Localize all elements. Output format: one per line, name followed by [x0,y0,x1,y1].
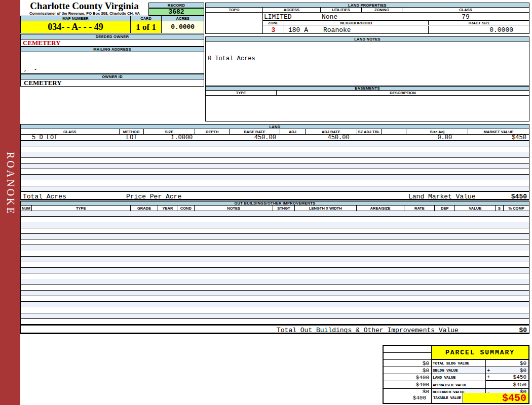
land-col-depth: DEPTH [195,129,230,134]
land-col-adj-rate: ADJ RATE [306,129,357,134]
land-cell-size-adj: 0.00 [406,135,468,140]
tract-size-value: 0.0000 [429,26,529,34]
land-cell-sz-adj-tbl [357,135,382,140]
out-buildings-empty-rows [20,211,529,325]
easements-title: EASEMENTS [205,86,529,91]
owner-id-value: CEMETERY [20,79,204,87]
neighborhood-name: Roanoke [323,26,351,34]
sidebar: ROANOKE [0,0,20,405]
map-number-value: 034- - A- - - 49 [21,21,131,33]
ob-col-sthgt: STHGT [273,206,295,211]
ob-col-s: S [496,206,504,211]
ob-col-year: YEAR [158,206,177,211]
ps-valuezone-0: $0 [486,360,528,367]
ob-col-pct-comp: % COMP [504,206,529,211]
utilities-value: None [322,13,362,20]
ob-col-length-width: LENGTH X WIDTH [295,206,357,211]
topo-label: TOPO [206,8,263,13]
ob-col-num: NUM [21,206,32,211]
land-title: LAND [20,124,529,129]
ob-col-cond: COND [177,206,195,211]
ps-title: PARCEL SUMMARY [432,346,528,360]
land-cell-size: 1.0000 [144,135,196,140]
land-cell-class: 5 D LOT [21,135,120,140]
zone-label: ZONE [263,21,284,25]
ps-op-1: + [487,368,490,374]
ps-header-left-top [384,346,432,353]
tract-size-label: TRACT SIZE [429,21,529,25]
utilities-label: UTILITIES [321,8,362,13]
easements-box [205,96,529,122]
land-col-sz-adj-tbl: SZ ADJ TBL [357,129,382,134]
land-cell-blank [382,135,407,140]
total-acres-label: Total Acres [23,193,66,200]
ob-col-grade: GRADE [131,206,159,211]
out-buildings-total-value: $0 [519,327,527,334]
land-data-row: 5 D LOT LOT 1.0000 450.00 450.00 0.00 $4… [20,135,529,141]
class-value: 79 [402,13,529,20]
ob-col-value: VALUE [455,206,496,211]
ob-col-dep: DEP [435,206,455,211]
ps-prior-3: $400 [384,381,432,389]
land-col-adj: ADJ [280,129,306,134]
easements-header-row: TYPE DESCRIPTION [205,91,529,96]
access-value: LIMITED [264,13,321,20]
land-col-size: SIZE [144,129,196,134]
zone-value: 3 [263,26,284,34]
acres-value: 0.0000 [162,21,204,33]
ps-valuezone-3: $450 [486,381,528,389]
land-notes-title: LAND NOTES [205,36,529,42]
ps-header-left-bottom [384,353,432,360]
ps-valuezone-2: + $450 [486,374,528,381]
ob-col-notes: NOTES [195,206,273,211]
land-properties-box: TOPO ACCESS UTILITIES ZONING CLASS LIMIT… [205,8,529,34]
sidebar-district-label: ROANOKE [4,152,16,243]
land-cell-base-rate: 450.00 [230,135,280,140]
ps-value-3: $450 [513,382,526,388]
ps-prior-0: $0 [384,360,432,367]
land-header-row: CLASS METHOD SIZE DEPTH BASE RATE ADJ AD… [20,129,529,135]
land-cell-adj-rate: 450.00 [306,135,357,140]
map-header-row: MAP NUMBER CARD ACRES [20,16,204,21]
card-label: CARD [131,16,162,21]
mailing-address-line: , - [24,66,37,72]
neighborhood-code: 180 A [288,26,308,34]
record-value: 3682 [148,8,204,16]
ps-value-2: $450 [513,374,526,380]
land-total-row: Total Acres Price Per Acre Land Market V… [20,191,529,200]
record-label: RECORD [148,3,204,8]
neighborhood-value: 180 A Roanoke [284,26,429,34]
property-record-card: ROANOKE Charlotte County Virginia Commis… [0,0,532,405]
ps-value-0: $0 [520,360,526,367]
land-col-base-rate: BASE RATE [230,129,280,134]
ps-value-1: $0 [520,368,526,374]
mailing-address-label: MAILING ADDRESS [20,47,204,52]
ps-prior-2: $400 [384,374,432,381]
parcel-summary: PARCEL SUMMARY $0 TOTAL BLDG VALUE $0 $0… [383,345,529,404]
zone-subtable: ZONE NEIGHBORHOOD TRACT SIZE 3 180 A Roa… [263,20,529,33]
ps-prior-1: $0 [384,367,432,374]
land-col-method: METHOD [120,129,144,134]
land-cell-method: LOT [120,135,144,140]
out-buildings-total-row: Total Out Buildings & Other Improvements… [20,325,529,334]
ps-taxable-label: TAXABLE VALUE [432,393,463,403]
land-cell-depth [195,135,230,140]
ps-label-2: LAND VALUE [432,374,486,381]
ps-op-2: + [487,374,490,380]
access-label: ACCESS [263,8,321,13]
mailing-address-box: , - [20,52,204,74]
land-cell-market-value: $450 [468,135,529,140]
deeded-owner-value: CEMETERY [20,39,204,47]
ps-label-0: TOTAL BLDG VALUE [432,360,486,367]
ps-taxable-value: $450 [463,393,528,403]
card-value: 1 of 1 [131,21,162,33]
neighborhood-label: NEIGHBORHOOD [284,21,429,25]
land-col-class: CLASS [21,129,120,134]
ps-valuezone-1: + $0 [486,367,528,374]
ps-label-3: APPRAISED VALUE [432,381,486,389]
out-buildings-total-label: Total Out Buildings & Other Improvements… [277,327,459,334]
easement-description-label: DESCRIPTION [277,91,529,95]
zoning-label: ZONING [362,8,402,13]
topo-value [206,13,263,33]
out-buildings-header-row: NUM TYPE GRADE YEAR COND NOTES STHGT LEN… [20,206,529,211]
